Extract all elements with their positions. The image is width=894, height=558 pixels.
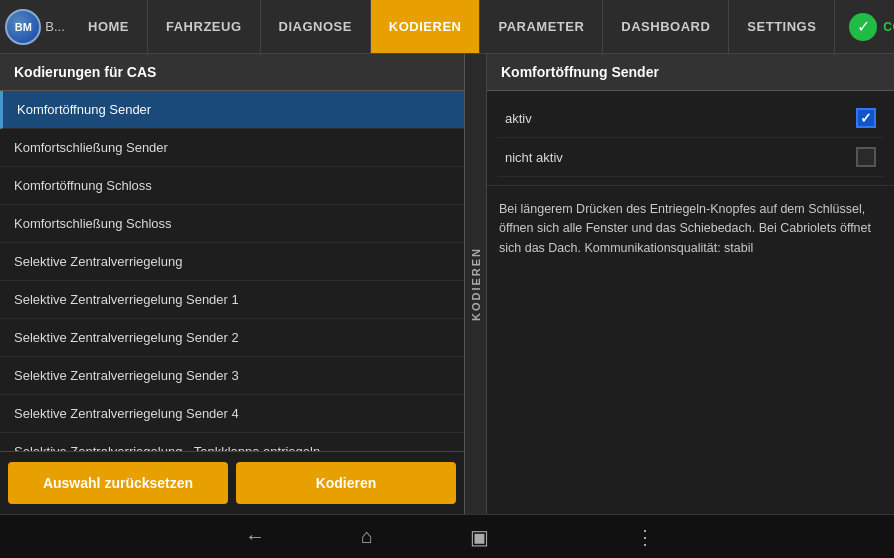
app-logo: BM B... bbox=[0, 9, 70, 45]
option-row-nicht-aktiv: nicht aktiv bbox=[497, 138, 884, 177]
recents-button[interactable]: ▣ bbox=[463, 521, 495, 553]
left-panel-title: Kodierungen für CAS bbox=[0, 54, 464, 91]
back-button[interactable]: ← bbox=[239, 521, 271, 553]
list-item[interactable]: Komfortöffnung Schloss bbox=[0, 167, 464, 205]
nav-settings[interactable]: SETTINGS bbox=[729, 0, 835, 53]
side-label-bar: KODIEREN bbox=[465, 54, 487, 514]
nav-items: HOME FAHRZEUG DIAGNOSE KODIEREN PARAMETE… bbox=[70, 0, 835, 53]
list-item[interactable]: Selektive Zentralverriegelung Sender 1 bbox=[0, 281, 464, 319]
option-label-aktiv: aktiv bbox=[505, 111, 532, 126]
reset-button[interactable]: Auswahl zurücksetzen bbox=[8, 462, 228, 504]
action-buttons: Auswahl zurücksetzen Kodieren bbox=[0, 451, 464, 514]
options-area: aktiv nicht aktiv bbox=[487, 91, 894, 186]
list-item[interactable]: Komfortöffnung Sender bbox=[0, 91, 464, 129]
nav-kodieren[interactable]: KODIEREN bbox=[371, 0, 481, 53]
more-options-button[interactable]: ⋮ bbox=[635, 525, 655, 549]
connected-label: CONNECTED bbox=[883, 20, 894, 34]
checkbox-nicht-aktiv[interactable] bbox=[856, 147, 876, 167]
app-name: B... bbox=[45, 19, 65, 34]
nav-parameter[interactable]: PARAMETER bbox=[480, 0, 603, 53]
list-item[interactable]: Selektive Zentralverriegelung - Tankklap… bbox=[0, 433, 464, 451]
connection-status: ✓ CONNECTED bbox=[835, 13, 894, 41]
list-item[interactable]: Selektive Zentralverriegelung bbox=[0, 243, 464, 281]
top-nav: BM B... HOME FAHRZEUG DIAGNOSE KODIEREN … bbox=[0, 0, 894, 54]
list-item[interactable]: Selektive Zentralverriegelung Sender 4 bbox=[0, 395, 464, 433]
description-text: Bei längerem Drücken des Entriegeln-Knop… bbox=[487, 186, 894, 514]
list-item[interactable]: Komfortschließung Schloss bbox=[0, 205, 464, 243]
list-item[interactable]: Selektive Zentralverriegelung Sender 3 bbox=[0, 357, 464, 395]
list-item[interactable]: Selektive Zentralverriegelung Sender 2 bbox=[0, 319, 464, 357]
nav-diagnose[interactable]: DIAGNOSE bbox=[261, 0, 371, 53]
home-button[interactable]: ⌂ bbox=[351, 521, 383, 553]
nav-home[interactable]: HOME bbox=[70, 0, 148, 53]
right-panel: Komfortöffnung Sender aktiv nicht aktiv … bbox=[487, 54, 894, 514]
option-label-nicht-aktiv: nicht aktiv bbox=[505, 150, 563, 165]
option-row-aktiv: aktiv bbox=[497, 99, 884, 138]
kodieren-button[interactable]: Kodieren bbox=[236, 462, 456, 504]
right-panel-title: Komfortöffnung Sender bbox=[487, 54, 894, 91]
logo-circle: BM bbox=[5, 9, 41, 45]
coding-list: Komfortöffnung Sender Komfortschließung … bbox=[0, 91, 464, 451]
checkbox-aktiv[interactable] bbox=[856, 108, 876, 128]
side-label-text: KODIEREN bbox=[470, 247, 482, 321]
bottom-bar: ← ⌂ ▣ ⋮ bbox=[0, 514, 894, 558]
list-item[interactable]: Komfortschließung Sender bbox=[0, 129, 464, 167]
main-content: Kodierungen für CAS Komfortöffnung Sende… bbox=[0, 54, 894, 514]
connected-check-icon: ✓ bbox=[849, 13, 877, 41]
nav-dashboard[interactable]: DASHBOARD bbox=[603, 0, 729, 53]
nav-fahrzeug[interactable]: FAHRZEUG bbox=[148, 0, 261, 53]
left-panel: Kodierungen für CAS Komfortöffnung Sende… bbox=[0, 54, 465, 514]
